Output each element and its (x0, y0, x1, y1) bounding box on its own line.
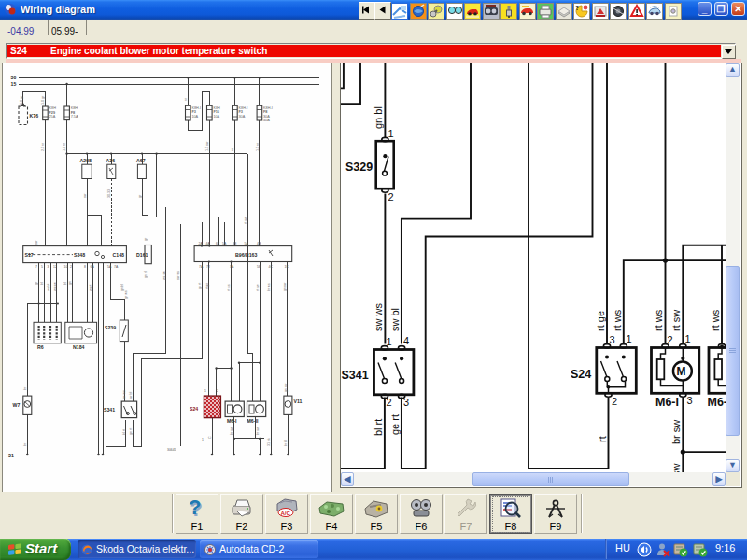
svg-text:12: 12 (53, 265, 57, 269)
svg-text:bl: bl (63, 282, 67, 285)
svg-text:gn bl: gn bl (144, 271, 148, 278)
svg-text:S341: S341 (104, 407, 115, 413)
svg-text:rt sw: rt sw (670, 310, 682, 331)
svg-text:rt ws: rt ws (227, 284, 231, 291)
svg-text:2: 2 (388, 191, 394, 203)
svg-text:rt ws: rt ws (612, 309, 623, 331)
svg-text:br ws: br ws (267, 283, 271, 291)
svg-text:K8H: K8H (49, 106, 57, 110)
svg-text:30: 30 (11, 75, 17, 80)
svg-text:F8: F8 (71, 111, 75, 115)
svg-text:gn bl: gn bl (373, 106, 384, 129)
svg-text:10: 10 (64, 265, 68, 269)
svg-text:7J: 7J (206, 265, 210, 269)
svg-text:K8H: K8H (213, 106, 220, 110)
svg-text:30A: 30A (239, 115, 246, 119)
svg-text:40A: 40A (263, 119, 270, 122)
svg-text:3A: 3A (230, 265, 234, 269)
svg-text:br sw: br sw (670, 420, 682, 444)
svg-text:6A: 6A (91, 265, 95, 269)
svg-text:1: 1 (685, 333, 691, 344)
svg-text:2.5 ro: 2.5 ro (41, 143, 45, 151)
svg-text:6K: 6K (216, 242, 220, 245)
svg-text:bl rt: bl rt (373, 419, 384, 436)
svg-text:M6-II: M6-II (247, 418, 259, 424)
svg-text:S24: S24 (571, 368, 591, 381)
svg-text:sw ws: sw ws (176, 271, 180, 280)
svg-text:ro: ro (231, 148, 234, 151)
svg-text:1: 1 (387, 336, 392, 347)
svg-text:S24: S24 (190, 406, 198, 412)
svg-text:8: 8 (84, 265, 86, 269)
svg-text:M6-I: M6-I (655, 396, 679, 409)
svg-text:rt ws: rt ws (653, 309, 664, 331)
svg-text:K8H-I: K8H-I (263, 106, 273, 110)
svg-text:2: 2 (612, 396, 617, 407)
svg-text:ws sw: ws sw (53, 282, 57, 291)
svg-text:4B: 4B (257, 242, 261, 245)
svg-text:1.0 gr: 1.0 gr (20, 95, 23, 105)
svg-text:N184: N184 (73, 344, 85, 350)
svg-text:30A: 30A (263, 115, 270, 119)
svg-text:gn: gn (68, 281, 72, 285)
svg-text:br: br (23, 442, 27, 446)
svg-text:gn bl: gn bl (120, 284, 124, 291)
svg-text:A67: A67 (136, 158, 146, 163)
svg-text:1: 1 (388, 128, 394, 139)
svg-text:sw: sw (35, 240, 38, 245)
svg-text:sw ws: sw ws (122, 390, 126, 399)
svg-text:3: 3 (687, 395, 693, 406)
svg-text:ro: ro (184, 98, 188, 101)
svg-text:ws sw: ws sw (162, 271, 166, 280)
svg-text:?: ? (575, 5, 579, 11)
svg-text:gr ws: gr ws (124, 290, 128, 299)
svg-text:F29: F29 (49, 111, 56, 115)
svg-text:K8H-I: K8H-I (239, 106, 248, 110)
svg-text:K8H-I: K8H-I (191, 106, 201, 110)
svg-text:gn sw: gn sw (283, 282, 287, 291)
svg-text:2: 2 (668, 334, 673, 345)
svg-text:br: br (23, 386, 27, 390)
svg-text:10A: 10A (213, 115, 219, 119)
svg-text:1: 1 (204, 389, 206, 393)
svg-text:5A: 5A (222, 242, 227, 245)
svg-text:F3: F3 (191, 110, 195, 114)
svg-text:ws rt: ws rt (89, 284, 92, 291)
svg-text:3: 3 (610, 334, 615, 345)
svg-text:4C: 4C (269, 265, 274, 269)
svg-text:K8H: K8H (71, 106, 78, 110)
svg-text:K76: K76 (30, 113, 39, 119)
svg-text:30645: 30645 (167, 448, 176, 452)
svg-text:rt ws: rt ws (710, 309, 721, 331)
svg-text:S239: S239 (105, 325, 116, 330)
svg-text:D161: D161 (136, 252, 148, 258)
svg-text:7: 7 (35, 265, 37, 269)
svg-text:1.0 gr: 1.0 gr (41, 95, 45, 105)
svg-text:31: 31 (8, 453, 14, 458)
svg-text:3B: 3B (233, 242, 237, 245)
svg-text:F3: F3 (239, 110, 243, 114)
svg-text:gn rt: gn rt (198, 283, 202, 289)
svg-text:C148: C148 (113, 252, 125, 258)
svg-text:7A: 7A (199, 265, 204, 269)
svg-text:bl rt: bl rt (122, 429, 126, 435)
svg-text:br bl: br bl (284, 440, 288, 446)
svg-text:rt ge: rt ge (595, 311, 606, 331)
svg-text:B96/B163: B96/B163 (235, 252, 257, 258)
svg-text:1: 1 (202, 438, 204, 441)
svg-text:rt sw: rt sw (256, 284, 260, 291)
svg-text:2: 2 (387, 397, 392, 408)
svg-text:7.5A: 7.5A (71, 115, 78, 119)
svg-text:R6: R6 (37, 344, 44, 350)
svg-text:3: 3 (48, 265, 49, 269)
svg-text:M: M (677, 365, 686, 378)
svg-text:bl: bl (40, 282, 44, 285)
svg-text:S17: S17 (25, 252, 34, 258)
svg-text:ge rt: ge rt (129, 428, 133, 435)
svg-text:1.5 sw: 1.5 sw (205, 141, 209, 151)
svg-text:3: 3 (403, 397, 409, 408)
svg-text:gr: gr (35, 281, 38, 285)
svg-text:25A: 25A (49, 115, 56, 119)
svg-text:br sw: br sw (230, 427, 233, 435)
svg-text:5A: 5A (107, 265, 112, 269)
